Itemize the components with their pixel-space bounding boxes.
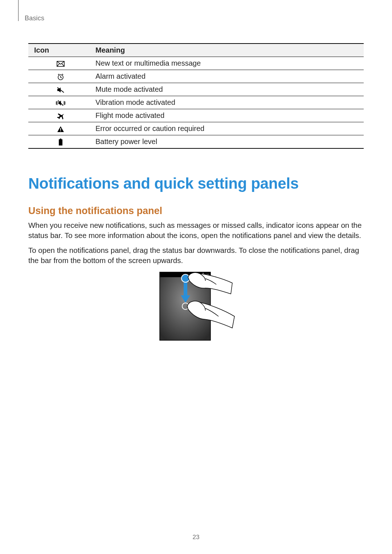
svg-rect-2 <box>60 128 61 130</box>
table-header-meaning: Meaning <box>90 44 364 57</box>
table-row: Mute mode activated <box>28 83 364 96</box>
section-title: Notifications and quick setting panels <box>28 175 364 192</box>
table-cell-meaning: New text or multimedia message <box>90 57 364 70</box>
table-row: Vibration mode activated <box>28 96 364 109</box>
svg-rect-3 <box>60 131 61 131</box>
table-cell-meaning: Battery power level <box>90 135 364 149</box>
warning-icon <box>57 124 64 132</box>
table-row: Alarm activated <box>28 70 364 83</box>
swipe-down-illustration: 10:00 <box>28 270 364 344</box>
page-number: 23 <box>0 534 392 541</box>
table-cell-meaning: Flight mode activated <box>90 109 364 122</box>
svg-rect-9 <box>203 273 203 273</box>
body-paragraph: To open the notifications panel, drag th… <box>28 245 364 266</box>
table-cell-meaning: Vibration mode activated <box>90 96 364 109</box>
icon-meaning-table: Icon Meaning New text or multimedia mess… <box>28 43 364 149</box>
svg-rect-4 <box>60 139 61 139</box>
sub-section-title: Using the notifications panel <box>28 205 364 217</box>
table-row: Battery power level <box>28 135 364 149</box>
body-paragraph: When you receive new notifications, such… <box>28 220 364 241</box>
message-icon <box>57 59 65 67</box>
table-cell-meaning: Alarm activated <box>90 70 364 83</box>
table-cell-meaning: Mute mode activated <box>90 83 364 96</box>
header-vertical-rule <box>18 0 19 21</box>
table-row: Error occurred or caution required <box>28 122 364 135</box>
svg-rect-5 <box>59 139 62 145</box>
table-row: Flight mode activated <box>28 109 364 122</box>
table-row: New text or multimedia message <box>28 57 364 70</box>
alarm-icon <box>57 72 64 80</box>
battery-icon <box>58 138 63 145</box>
breadcrumb: Basics <box>25 15 364 22</box>
flight-icon <box>57 111 64 119</box>
mute-icon <box>57 85 65 93</box>
table-cell-meaning: Error occurred or caution required <box>90 122 364 135</box>
table-header-icon: Icon <box>28 44 90 57</box>
vibration-icon <box>55 98 66 106</box>
